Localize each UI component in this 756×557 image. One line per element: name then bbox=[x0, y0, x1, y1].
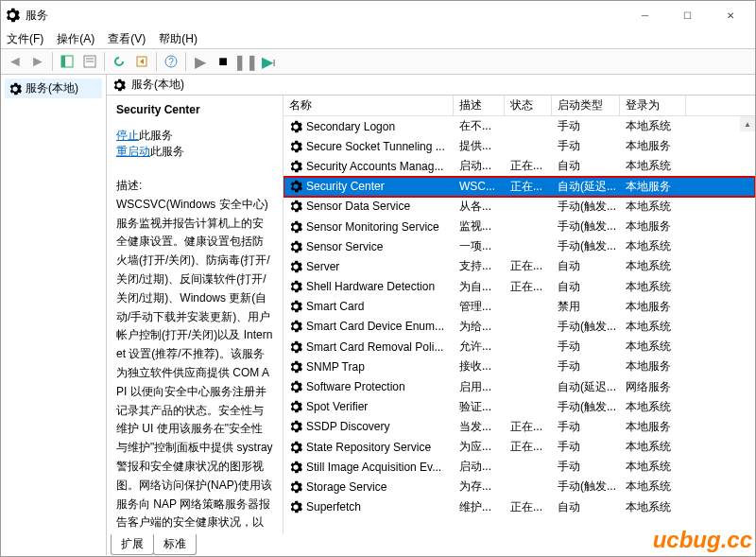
tab-extended[interactable]: 扩展 bbox=[111, 534, 154, 555]
gear-icon bbox=[289, 260, 302, 273]
cell-start: 手动(触发... bbox=[552, 399, 620, 415]
cell-status: 正在... bbox=[505, 258, 552, 274]
service-row[interactable]: Smart Card Device Enum...为给...手动(触发...本地… bbox=[284, 317, 755, 337]
service-row[interactable]: Server支持...正在...自动本地系统 bbox=[284, 256, 755, 276]
cell-start: 自动(延迟... bbox=[552, 179, 620, 195]
service-row[interactable]: Sensor Service一项...手动(触发...本地系统 bbox=[284, 236, 755, 256]
cell-status: 正在... bbox=[505, 279, 552, 295]
gear-icon bbox=[289, 120, 302, 133]
help-button[interactable]: ? bbox=[161, 51, 181, 72]
cell-login: 本地系统 bbox=[620, 158, 686, 174]
cell-name: Still Image Acquisition Ev... bbox=[306, 461, 441, 474]
col-header-login[interactable]: 登录为 bbox=[620, 96, 686, 115]
col-header-status[interactable]: 状态 bbox=[505, 96, 552, 115]
cell-login: 本地服务 bbox=[620, 138, 686, 154]
service-row[interactable]: State Repository Service为应...正在...手动本地系统 bbox=[284, 437, 755, 457]
scroll-up-button[interactable]: ▲ bbox=[740, 116, 755, 131]
gear-icon bbox=[9, 82, 22, 96]
cell-login: 本地系统 bbox=[620, 199, 686, 215]
service-row[interactable]: Software Protection启用...自动(延迟...网络服务 bbox=[284, 376, 755, 396]
cell-desc: 为存... bbox=[454, 479, 505, 495]
detail-desc-label: 描述: bbox=[116, 177, 273, 196]
cell-name: Sensor Service bbox=[306, 240, 383, 253]
cell-status: 正在... bbox=[505, 439, 552, 455]
gear-icon bbox=[289, 340, 302, 354]
restart-link[interactable]: 重启动 bbox=[116, 145, 150, 158]
tabs: 扩展 标准 bbox=[107, 534, 755, 555]
cell-name: SNMP Trap bbox=[306, 360, 365, 374]
svg-text:?: ? bbox=[168, 57, 174, 67]
service-row[interactable]: Spot Verifier验证...手动(触发...本地系统 bbox=[284, 397, 755, 417]
cell-name: Smart Card Device Enum... bbox=[306, 320, 444, 333]
service-row[interactable]: Superfetch维护...正在...自动本地系统 bbox=[284, 497, 755, 517]
cell-start: 手动(触发... bbox=[552, 479, 620, 495]
stop-button[interactable]: ■ bbox=[213, 51, 233, 72]
menu-view[interactable]: 查看(V) bbox=[108, 31, 146, 47]
close-button[interactable]: ✕ bbox=[709, 2, 751, 28]
service-row[interactable]: SSDP Discovery当发...正在...手动本地服务 bbox=[284, 417, 755, 437]
service-row[interactable]: Smart Card Removal Poli...允许...手动本地系统 bbox=[284, 337, 755, 357]
cell-start: 手动 bbox=[552, 339, 620, 355]
cell-login: 本地系统 bbox=[620, 439, 686, 455]
detail-desc-body: WSCSVC(Windows 安全中心)服务监视并报告计算机上的安全健康设置。健… bbox=[116, 196, 273, 534]
service-row[interactable]: Security CenterWSC...正在...自动(延迟...本地服务 bbox=[284, 177, 755, 197]
cell-desc: 启动... bbox=[454, 158, 505, 174]
cell-login: 本地服务 bbox=[620, 218, 686, 235]
cell-login: 本地系统 bbox=[620, 339, 686, 355]
service-row[interactable]: Security Accounts Manag...启动...正在...自动本地… bbox=[284, 156, 755, 176]
menu-help[interactable]: 帮助(H) bbox=[159, 31, 198, 47]
service-row[interactable]: Still Image Acquisition Ev...启动...手动本地系统 bbox=[284, 457, 755, 477]
window-title: 服务 bbox=[26, 8, 624, 24]
pause-button[interactable]: ❚❚ bbox=[235, 51, 256, 72]
gear-icon bbox=[289, 500, 302, 513]
back-button[interactable]: ◄ bbox=[5, 51, 26, 72]
service-row[interactable]: Sensor Monitoring Service监视...手动(触发...本地… bbox=[284, 217, 755, 236]
cell-login: 本地系统 bbox=[620, 399, 686, 415]
service-row[interactable]: Sensor Data Service从各...手动(触发...本地系统 bbox=[284, 197, 755, 217]
col-header-name[interactable]: 名称 bbox=[284, 96, 454, 115]
cell-start: 手动 bbox=[552, 138, 620, 154]
restart-button[interactable]: ▶| bbox=[258, 51, 279, 72]
service-row[interactable]: SNMP Trap接收...手动本地服务 bbox=[284, 357, 755, 376]
gear-icon bbox=[289, 480, 302, 494]
col-header-desc[interactable]: 描述 bbox=[454, 96, 505, 115]
cell-start: 手动 bbox=[552, 419, 620, 435]
tree-root-item[interactable]: 服务(本地) bbox=[5, 78, 102, 98]
cell-desc: 管理... bbox=[454, 299, 505, 315]
gear-icon bbox=[289, 461, 302, 474]
refresh-button[interactable] bbox=[109, 51, 129, 72]
maximize-button[interactable]: ☐ bbox=[666, 2, 709, 28]
gear-icon bbox=[289, 400, 302, 413]
service-row[interactable]: Smart Card管理...禁用本地服务 bbox=[284, 297, 755, 317]
title-bar: 服务 ─ ☐ ✕ bbox=[1, 1, 755, 29]
service-row[interactable]: Secondary Logon在不...手动本地系统 bbox=[284, 116, 755, 136]
cell-name: Secure Socket Tunneling ... bbox=[306, 140, 445, 153]
play-button[interactable]: ▶ bbox=[190, 51, 211, 72]
cell-login: 本地服务 bbox=[620, 419, 686, 435]
menu-file[interactable]: 文件(F) bbox=[7, 31, 43, 47]
menu-bar: 文件(F) 操作(A) 查看(V) 帮助(H) bbox=[1, 29, 755, 48]
cell-start: 手动(触发... bbox=[552, 199, 620, 215]
cell-name: Secondary Logon bbox=[306, 120, 395, 133]
cell-login: 本地服务 bbox=[620, 299, 686, 315]
detail-pane: Security Center 停止此服务 重启动此服务 描述: WSCSVC(… bbox=[107, 96, 283, 534]
stop-link[interactable]: 停止 bbox=[116, 129, 139, 142]
service-row[interactable]: Storage Service为存...手动(触发...本地系统 bbox=[284, 477, 755, 496]
col-header-start[interactable]: 启动类型 bbox=[552, 96, 620, 115]
cell-name: Spot Verifier bbox=[306, 400, 368, 413]
forward-button[interactable]: ► bbox=[27, 51, 48, 72]
menu-action[interactable]: 操作(A) bbox=[57, 31, 94, 47]
service-row[interactable]: Shell Hardware Detection为自...正在...自动本地系统 bbox=[284, 277, 755, 297]
service-row[interactable]: Secure Socket Tunneling ...提供...手动本地服务 bbox=[284, 136, 755, 156]
cell-name: Security Accounts Manag... bbox=[306, 160, 443, 173]
show-hide-button[interactable] bbox=[57, 51, 77, 72]
cell-desc: 支持... bbox=[454, 258, 505, 274]
cell-start: 手动 bbox=[552, 459, 620, 475]
cell-login: 本地系统 bbox=[620, 258, 686, 274]
properties-button[interactable] bbox=[79, 51, 100, 72]
export-button[interactable] bbox=[131, 51, 152, 72]
minimize-button[interactable]: ─ bbox=[624, 2, 666, 28]
tree-pane: 服务(本地) bbox=[1, 75, 107, 555]
tab-standard[interactable]: 标准 bbox=[153, 534, 197, 555]
gear-icon bbox=[289, 140, 302, 153]
